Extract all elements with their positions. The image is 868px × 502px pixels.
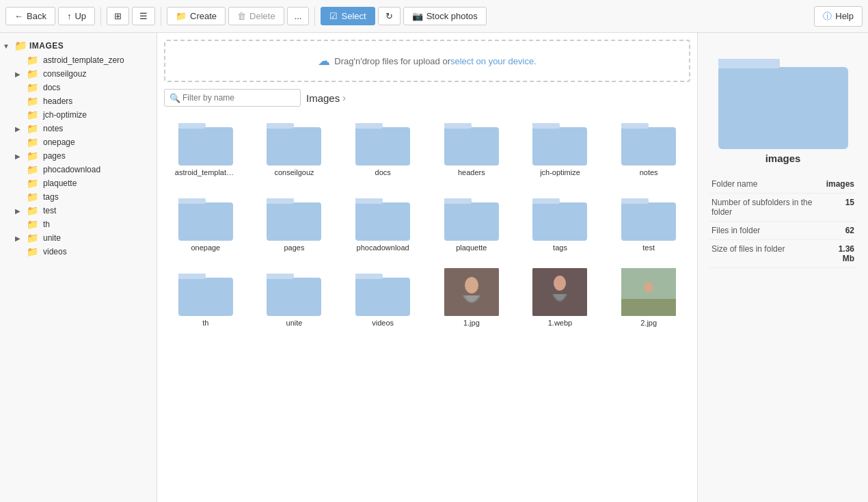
sidebar-item-label: jch-optimize [43, 110, 87, 120]
separator-2 [161, 7, 161, 26]
select-button[interactable]: ☑ Select [321, 7, 375, 25]
more-label: ... [295, 11, 302, 21]
help-button[interactable]: ⓘ Help [814, 6, 863, 27]
upload-link[interactable]: select on your device. [450, 56, 537, 66]
arrow-icon: ▶ [15, 70, 25, 78]
up-arrow-icon: ↑ [67, 11, 72, 21]
stock-photos-icon: 📷 [412, 11, 423, 21]
grid-folder-item[interactable]: astroid_template_zero [164, 112, 247, 182]
sidebar-item-label: th [43, 220, 50, 229]
grid-folder-item[interactable]: notes [607, 112, 690, 182]
root-label: IMAGES [29, 41, 64, 51]
image-thumbnail [444, 268, 499, 316]
svg-rect-19 [532, 123, 560, 129]
svg-rect-71 [718, 59, 780, 68]
sidebar-item-astroid_template_zero[interactable]: 📁astroid_template_zero [0, 53, 157, 67]
delete-label: Delete [249, 11, 275, 21]
grid-image-item[interactable]: 1.webp [519, 263, 602, 332]
folder-icon: 📁 [27, 150, 38, 161]
select-label: Select [341, 11, 366, 21]
filter-input[interactable] [164, 89, 301, 107]
svg-rect-49 [178, 278, 202, 287]
sidebar-item-label: unite [43, 233, 61, 243]
sidebar-item-headers[interactable]: 📁headers [0, 94, 157, 108]
grid-item-label: pages [284, 243, 305, 252]
svg-rect-9 [355, 127, 379, 137]
toolbar: ← Back ↑ Up ⊞ ☰ 📁 Create 🗑 Delete ... ☑ … [0, 0, 868, 33]
grid-folder-item[interactable]: videos [341, 263, 424, 332]
sidebar-item-label: headers [43, 96, 72, 106]
grid-view-button[interactable]: ⊞ [107, 7, 129, 25]
grid-item-label: notes [640, 168, 658, 176]
sidebar-item-jch-optimize[interactable]: 📁jch-optimize [0, 108, 157, 122]
grid-folder-item[interactable]: unite [253, 263, 336, 332]
svg-rect-1 [178, 127, 202, 137]
sidebar-tree: 📁astroid_template_zero▶📁conseilgouz📁docs… [0, 53, 157, 259]
grid-item-label: plaquette [456, 243, 487, 252]
folder-icon: 📁 [27, 123, 38, 134]
grid-folder-item[interactable]: test [607, 187, 690, 257]
grid-folder-item[interactable]: phocadownload [341, 187, 424, 257]
list-icon: ☰ [139, 11, 148, 21]
svg-rect-21 [621, 127, 645, 137]
help-icon: ⓘ [823, 10, 832, 23]
grid-item-label: unite [286, 319, 303, 327]
back-button[interactable]: ← Back [5, 7, 55, 25]
svg-point-63 [554, 276, 566, 291]
breadcrumb-images[interactable]: Images [306, 92, 340, 104]
sidebar-item-tags[interactable]: 📁tags [0, 190, 157, 204]
sidebar-item-th[interactable]: 📁th [0, 217, 157, 231]
stock-photos-label: Stock photos [426, 11, 478, 21]
grid-image-item[interactable]: 1.jpg [430, 263, 513, 332]
grid-folder-item[interactable]: th [164, 263, 247, 332]
grid-folder-item[interactable]: onepage [164, 187, 247, 257]
back-arrow-icon: ← [14, 11, 23, 21]
grid-folder-item[interactable]: headers [430, 112, 513, 182]
create-label: Create [190, 11, 217, 21]
grid-folder-item[interactable]: jch-optimize [519, 112, 602, 182]
create-button[interactable]: 📁 Create [167, 7, 226, 25]
svg-rect-15 [444, 123, 472, 129]
upload-zone[interactable]: ☁ Drag'n'drop files for upload or select… [164, 40, 690, 82]
sidebar-item-conseilgouz[interactable]: ▶📁conseilgouz [0, 67, 157, 81]
svg-rect-13 [444, 127, 467, 137]
svg-rect-62 [532, 268, 587, 316]
folder-icon: 📁 [27, 96, 38, 107]
list-view-button[interactable]: ☰ [132, 7, 155, 25]
grid-folder-item[interactable]: tags [519, 187, 602, 257]
refresh-button[interactable]: ↻ [378, 7, 401, 25]
sidebar-item-docs[interactable]: 📁docs [0, 81, 157, 94]
svg-point-61 [465, 277, 478, 293]
sidebar-item-pages[interactable]: ▶📁pages [0, 149, 157, 163]
up-button[interactable]: ↑ Up [58, 7, 95, 25]
grid-item-label: docs [375, 168, 391, 176]
svg-rect-41 [532, 202, 556, 212]
svg-rect-7 [267, 123, 294, 129]
folder-icon: 📁 [27, 68, 38, 79]
sidebar-item-plaquette[interactable]: 📁plaquette [0, 176, 157, 190]
sidebar-item-label: onepage [43, 137, 75, 147]
grid-image-item[interactable]: 2.jpg [607, 263, 690, 332]
grid-item-label: test [642, 243, 655, 252]
grid-item-label: videos [372, 319, 394, 327]
grid-folder-item[interactable]: plaquette [430, 187, 513, 257]
sidebar-item-unite[interactable]: ▶📁unite [0, 231, 157, 245]
stock-photos-button[interactable]: 📷 Stock photos [403, 7, 487, 25]
sidebar-item-videos[interactable]: 📁videos [0, 245, 157, 259]
more-button[interactable]: ... [287, 7, 310, 25]
sidebar-item-onepage[interactable]: 📁onepage [0, 135, 157, 149]
sidebar-root-images[interactable]: ▼ 📁 IMAGES [0, 38, 157, 53]
sidebar-item-phocadownload[interactable]: 📁phocadownload [0, 163, 157, 176]
grid-folder-item[interactable]: pages [253, 187, 336, 257]
sidebar-item-test[interactable]: ▶📁test [0, 204, 157, 217]
sidebar-item-notes[interactable]: ▶📁notes [0, 122, 157, 135]
svg-rect-47 [621, 198, 649, 204]
arrow-icon: ▶ [15, 207, 25, 215]
delete-button[interactable]: 🗑 Delete [228, 7, 284, 25]
grid-folder-item[interactable]: docs [341, 112, 424, 182]
info-row-subfolders: Number of subfolders in the folder 15 [709, 194, 857, 222]
folder-icon: 📁 [27, 233, 38, 243]
grid-inner: astroid_template_zero conseilgouz docs h… [164, 112, 690, 332]
grid-folder-item[interactable]: conseilgouz [253, 112, 336, 182]
files-value: 62 [822, 222, 857, 240]
